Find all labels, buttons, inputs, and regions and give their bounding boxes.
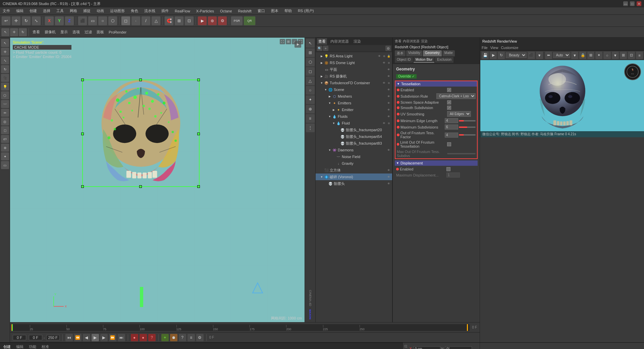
tree-meshers[interactable]: ▶ ⬡ Meshers 👁 [316,93,392,100]
vrs-btn-10[interactable]: ⋮ [306,123,315,132]
rs-disp-enabled-check[interactable] [446,167,450,171]
rv-tb8[interactable]: ⊞ [620,52,627,59]
tf-x-input[interactable] [414,346,440,349]
rs-minedge-input[interactable] [445,118,458,123]
pc-step-forward[interactable]: ⏩ [109,334,116,341]
tree-rs-camera[interactable]: ▶ 🎥 RS 摄像机 👁 [316,73,392,80]
vrs-btn-4[interactable]: ◻ [306,67,315,76]
pc-play[interactable]: ▶ [92,334,99,341]
tb2-options[interactable]: 选项 [70,29,82,35]
tree-visible11[interactable]: 👁 [382,121,386,125]
rs-top-tab-view[interactable]: 查看 [395,39,401,44]
sl-material[interactable]: ⬡ [1,91,9,99]
tb2-display[interactable]: 显示 [58,29,70,35]
tb-select-all[interactable]: ⬛ [78,16,87,26]
rs-tessellation-header[interactable]: ▼ Tessellation [395,81,477,87]
menu-create[interactable]: 创建 [28,8,38,14]
rv-play[interactable]: ▶ [490,52,497,59]
selection-handle-mr[interactable] [197,133,200,135]
tree-rs-dome-light[interactable]: ▶ 🔆 RS Dome Light 👁 ⊛ [316,59,392,66]
tb2-move2[interactable]: ✛ [10,28,18,36]
tree-skull[interactable]: 💀 骷髅头 👁 [316,180,392,187]
tree-scene[interactable]: ▼ 🌐 Scene 👁 [316,86,392,93]
tree-fluids[interactable]: ▼ 💧 Fluids 👁 [316,113,392,120]
tb-undo[interactable]: ↩ [1,16,11,26]
close-button[interactable]: ✕ [637,1,641,6]
sl-rotate[interactable]: ↻ [1,65,9,73]
rs-frustum-slider[interactable] [459,134,476,136]
menu-realflow[interactable]: RealFlow [173,8,192,14]
menu-pipeline[interactable]: 流水线 [143,8,157,14]
sl-nurbs[interactable]: ◎ [1,117,9,126]
mat-tab-calibrate[interactable]: 校准 [40,344,50,349]
sp-search[interactable]: 🔍 [317,46,322,51]
tb-edge-mode[interactable]: / [141,16,151,26]
pc-play-forward[interactable]: ▶ [100,334,108,341]
rs-subtab-objectid[interactable]: Object ID [395,57,413,63]
pc-goto-end[interactable]: ⏭ [118,334,125,341]
rv-refresh[interactable]: ↻ [498,52,505,59]
tb2-rotate2[interactable]: ↻ [19,28,27,36]
menu-script[interactable]: 图本 [270,8,280,14]
rs-subtab-motionblur[interactable]: Motion Blur [414,57,435,63]
sl-tag[interactable]: 🏷 [1,135,9,143]
tb2-view[interactable]: 查看 [31,29,42,35]
sl-camera[interactable]: 🎥 [1,74,9,82]
tree-render[interactable]: ⊛ [382,54,386,58]
rs-tab-matte[interactable]: Matte [442,50,455,56]
tb-render[interactable]: ▶ [198,16,207,26]
tb2-panel[interactable]: 面板 [95,29,106,35]
tb2-prorender[interactable]: ProRender [107,30,128,35]
tb-grid[interactable]: ⊞ [174,16,184,26]
sl-render2[interactable]: ⊛ [1,144,9,152]
menu-octane[interactable]: Octane [219,8,233,14]
rs-displacement-header[interactable]: ▼ Displacement [395,160,478,166]
tb-rotate[interactable]: ↻ [21,16,31,26]
pc-settings2[interactable]: ⚙ [196,334,204,341]
tb-ipr[interactable]: ⊛ [208,16,217,26]
rv-tb4[interactable]: ⊞ [587,52,594,59]
minimize-button[interactable]: — [623,1,628,6]
tree-daemons[interactable]: ▼ 👾 Daemons 👁 [316,147,392,153]
rv-mode-dropdown[interactable]: Beauty [506,52,527,58]
rv-menu-customize[interactable]: Customize [501,46,518,50]
scene-tab-view[interactable]: 查看 [317,38,327,45]
tree-visible10[interactable]: 👁 [387,114,391,118]
tree-visible2[interactable]: 👁 [382,61,386,65]
pc-end-frame[interactable] [46,335,60,340]
tree-render11[interactable]: ⊛ [387,121,391,125]
sl-poly[interactable]: ◻ [1,126,9,134]
sp-settings[interactable]: ⚙ [385,46,391,51]
tree-visible5[interactable]: 👁 [382,81,386,85]
menu-select[interactable]: 选择 [42,8,52,14]
pc-motion[interactable]: ? [179,334,186,341]
scene-tab-browser[interactable]: 内容浏览器 [329,38,350,45]
tree-visible-skull[interactable]: 👁 [387,182,391,186]
tree-voronoi[interactable]: ▼ 💠 破碎 (Voronoi) 👁 [316,173,392,180]
tree-render5[interactable]: ⊛ [387,81,391,85]
tree-visible6[interactable]: 👁 [387,88,391,92]
vp-ctrl-1[interactable]: ⛶ [280,39,285,44]
vrs-btn-2[interactable]: ⊞ [306,48,315,57]
tree-plane[interactable]: ▭ 平面 👁 [316,66,392,73]
menu-animation[interactable]: 动画 [95,8,105,14]
tree-visible-d[interactable]: 👁 [387,148,391,152]
rv-menu-view[interactable]: View [490,46,498,50]
vrs-btn-1[interactable]: ↖ [306,39,315,48]
timeline-playhead[interactable] [11,324,12,331]
tb-qr[interactable]: QR [244,16,256,26]
vrs-btn-3[interactable]: ⬡ [306,58,315,66]
rs-top-tab-browser[interactable]: 内容浏览器 [403,39,420,44]
pc-record-scale[interactable]: ? [148,334,156,341]
tree-render2[interactable]: ⊛ [387,61,391,65]
tree-emitter[interactable]: ▶ ✦ Emitter 👁 [316,106,392,113]
rv-auto-dropdown[interactable]: Auto [553,52,570,58]
rs-subdivision-dropdown[interactable]: Catmull-Clark + Loo [436,93,476,99]
selection-handle-br[interactable] [197,185,200,188]
rv-tb9[interactable]: ⊡ [628,52,635,59]
tree-fracture83[interactable]: 💀 骷髅头_fracturepart83 [316,140,392,147]
rv-tb7[interactable]: ▼ [612,52,619,59]
sl-xpresso[interactable]: ✦ [1,152,9,160]
sl-move[interactable]: ✛ [1,48,9,56]
viewport[interactable]: Y X Simulation 'Scene': CACHE MODE > Flu… [10,38,305,322]
